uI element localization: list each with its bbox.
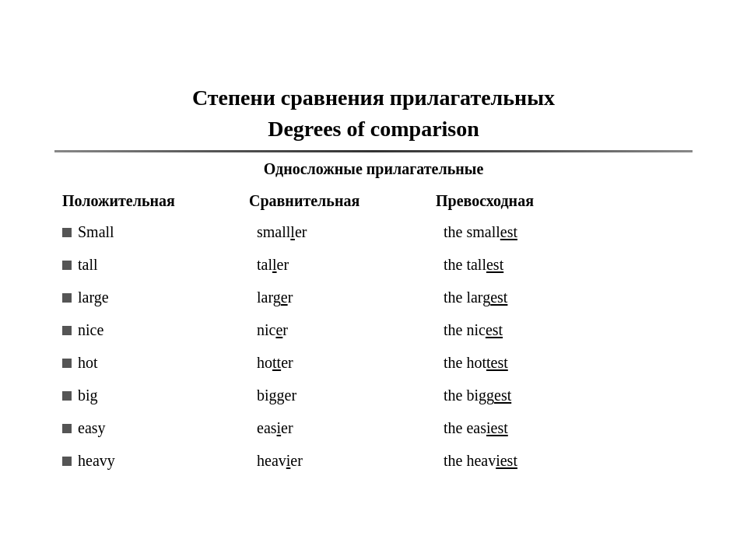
- cell-comparative: easier: [249, 419, 436, 437]
- cell-comparative: nicer: [249, 321, 436, 339]
- title-divider: [54, 150, 693, 152]
- cell-superlative: the hottest: [436, 354, 669, 372]
- table-row: bigbiggerthe biggest: [54, 380, 693, 412]
- main-container: Степени сравнения прилагательных Degrees…: [31, 67, 716, 492]
- table-row: talltallerthe tallest: [54, 249, 693, 282]
- bullet-icon: [62, 457, 72, 466]
- bullet-icon: [62, 391, 72, 401]
- cell-superlative: the smallest: [436, 223, 669, 241]
- cell-superlative: the biggest: [436, 387, 669, 404]
- bullet-icon: [62, 424, 72, 433]
- header-comparative: Сравнительная: [249, 192, 436, 210]
- table-row: heavyheavierthe heaviest: [54, 445, 693, 478]
- cell-superlative: the tallest: [436, 256, 669, 274]
- comparison-table: Положительная Сравнительная Превосходная…: [54, 192, 693, 478]
- cell-positive: big: [62, 387, 249, 404]
- cell-comparative: hotter: [249, 354, 436, 372]
- cell-comparative: heavier: [249, 452, 436, 470]
- subtitle: Односложные прилагательные: [54, 160, 693, 178]
- cell-positive: hot: [62, 354, 249, 372]
- cell-positive: heavy: [62, 452, 249, 470]
- bullet-icon: [62, 261, 72, 270]
- main-title: Степени сравнения прилагательных Degrees…: [54, 82, 693, 143]
- bullet-icon: [62, 326, 72, 335]
- bullet-icon: [62, 359, 72, 368]
- bullet-icon: [62, 228, 72, 237]
- bullet-icon: [62, 293, 72, 303]
- table-row: hothotterthe hottest: [54, 347, 693, 380]
- cell-positive: large: [62, 289, 249, 306]
- cell-comparative: bigger: [249, 387, 436, 404]
- cell-superlative: the nicest: [436, 321, 669, 339]
- cell-superlative: the largest: [436, 289, 669, 306]
- header-superlative: Превосходная: [436, 192, 669, 210]
- cell-superlative: the easiest: [436, 419, 669, 437]
- header-positive: Положительная: [62, 192, 249, 210]
- cell-superlative: the heaviest: [436, 452, 669, 470]
- table-row: easyeasierthe easiest: [54, 412, 693, 445]
- cell-positive: easy: [62, 419, 249, 437]
- cell-positive: Small: [62, 223, 249, 241]
- table-row: Smallsmalllerthe smallest: [54, 216, 693, 249]
- table-row: nicenicerthe nicest: [54, 314, 693, 347]
- table-body: Smallsmalllerthe smallesttalltallerthe t…: [54, 216, 693, 478]
- cell-comparative: larger: [249, 289, 436, 306]
- table-header: Положительная Сравнительная Превосходная: [54, 192, 693, 210]
- cell-positive: nice: [62, 321, 249, 339]
- cell-positive: tall: [62, 256, 249, 274]
- table-row: largelargerthe largest: [54, 282, 693, 314]
- cell-comparative: smalller: [249, 223, 436, 241]
- cell-comparative: taller: [249, 256, 436, 274]
